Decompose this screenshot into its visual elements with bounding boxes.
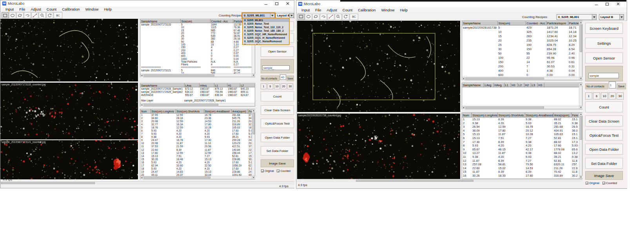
set-data-folder-button[interactable]: Set Data Folder (585, 158, 623, 169)
original-checkbox[interactable]: Original (261, 170, 274, 172)
counted-image-panel[interactable]: sample20220928161738_counted.jpg (297, 114, 460, 179)
menu-calibration[interactable]: Calibration (355, 8, 378, 12)
horizontal-scrollbar[interactable] (462, 77, 579, 80)
table-row[interactable]: 15040.27 (140, 46, 252, 49)
table-row[interactable]: 320.9812.5914.53211.2620 (140, 120, 252, 123)
line-tool[interactable] (327, 14, 334, 20)
table-row[interactable]: 103251417.6014.18 (462, 30, 579, 34)
table-row[interactable]: 1530.2618.4815.13228.8630 (140, 158, 252, 161)
image-save-button[interactable]: Image Save (585, 171, 623, 180)
microscopy-image[interactable] (297, 114, 460, 179)
table-row[interactable]: 119.384.205.9335.219.38 (462, 155, 579, 159)
table-row[interactable]: 65.934.204.2017.605.9 (140, 129, 252, 132)
polygon-select-tool[interactable] (16, 12, 24, 18)
column-header[interactable]: SampleName (140, 84, 184, 87)
column-header[interactable]: Size(um) (180, 20, 210, 23)
original-checkbox[interactable]: Original (586, 181, 599, 185)
menu-count[interactable]: Count (44, 7, 59, 11)
column-header[interactable]: LAvg (484, 83, 493, 87)
quick-contacts-1[interactable]: 1 (585, 92, 592, 99)
table-row[interactable]: 965.6746.1542.171778.0865.6 (462, 148, 579, 152)
column-header[interactable]: Counted - Acc (210, 20, 233, 23)
column-header[interactable]: H2 (524, 83, 531, 87)
recipe-option[interactable]: 0_S205_Noise_Test_180_180_2 (243, 29, 289, 33)
column-header[interactable]: Counted - Acc (526, 22, 546, 25)
vertical-scrollbar[interactable] (579, 113, 582, 179)
quick-contacts-10[interactable]: 10 (274, 83, 280, 89)
table-row[interactable]: 717.308.399.3888.0217.3 (462, 140, 579, 144)
column-header[interactable]: Particles/sqcm (546, 22, 568, 25)
table-row[interactable]: 89.384.205.9335.219.3 (140, 135, 252, 139)
column-header[interactable]: Size(um)-ShortAxis (497, 113, 525, 117)
quick-contacts-6[interactable]: 6 (593, 92, 600, 99)
column-header[interactable]: Size(um)-ShortAxis (176, 110, 204, 114)
image-save-button[interactable]: Image Save (261, 159, 294, 167)
bc-tool[interactable]: BC (350, 14, 358, 20)
count-button[interactable]: Count (261, 91, 294, 101)
polygon-select-tool[interactable] (312, 14, 319, 20)
table-row[interactable]: 40014.360.04 (462, 69, 579, 73)
open-sensor-button[interactable]: Open Sensor (261, 47, 294, 57)
table-row[interactable]: 326.5412.5916.78281.6826.5 (462, 125, 579, 129)
table-row[interactable]: 2077252.87 (140, 32, 252, 34)
table-row[interactable]: 75.934.204.2017.605.9 (140, 132, 252, 135)
table-row[interactable]: 1924.4714.8315.13228.8624 (140, 170, 252, 173)
table-row[interactable]: Total ParticlesN.A.N.A. (140, 60, 252, 63)
table-row[interactable]: 40010.07 (140, 52, 252, 54)
table-row[interactable]: 1598567.46 (140, 29, 252, 32)
quick-contacts-20[interactable]: 20 (281, 83, 287, 89)
menu-count[interactable]: Count (340, 8, 355, 12)
table-row[interactable]: sample2022092816173854291871.2418.71 (462, 25, 579, 30)
settings-button[interactable]: Settings (585, 38, 623, 49)
table-row[interactable]: 10111576.36 (140, 26, 252, 29)
live-image-panel[interactable] (297, 21, 460, 112)
table-row[interactable]: 1317.8012.5912.59158.4417 (140, 152, 252, 155)
ellipse-select-tool[interactable] (305, 14, 312, 20)
column-header[interactable]: L2 (240, 84, 255, 87)
column-header[interactable]: L2 (517, 83, 524, 87)
column-header[interactable]: Num (462, 113, 472, 117)
microscopy-image[interactable] (0, 83, 138, 139)
menu-file[interactable]: File (312, 8, 324, 12)
table-row[interactable]: 1020.9811.8711.10123.2320 (140, 142, 252, 145)
table-row[interactable]: sample_2022090717313351644112.59 (140, 23, 252, 26)
no-of-contacts-input[interactable]: 40 (280, 74, 286, 80)
counted-checkbox[interactable]: Counted (602, 181, 617, 185)
counting-recipes-select[interactable]: 0_S205_ML801 (557, 14, 597, 20)
menu-calibration[interactable]: Calibration (59, 7, 82, 11)
table-row[interactable]: 1511.878.398.3970.4211.8 (462, 170, 579, 174)
table-row[interactable]: 3038226.16 (140, 37, 252, 40)
recipe-option[interactable]: 0_S205_ML801 (243, 18, 289, 22)
column-header[interactable]: Size(um) (497, 22, 526, 25)
clear-data-screen-button[interactable]: Clear Data Screen (261, 105, 294, 115)
window-horizontal-scrollbar[interactable] (297, 179, 582, 182)
table-row[interactable]: 85.934.204.2017.605.93 (462, 144, 579, 148)
column-header[interactable]: LAvg (184, 84, 199, 87)
freeform-select-tool[interactable] (24, 12, 31, 18)
menu-file[interactable]: File (16, 7, 28, 11)
table-row[interactable]: 924.4716.7817.30299.2824 (140, 139, 252, 142)
table-row[interactable]: 1501461.070.61 (462, 60, 579, 64)
table-row[interactable]: 1002295.960.96 (462, 56, 579, 60)
clear-data-screen-button[interactable]: Clear Data Screen (585, 116, 623, 126)
column-header[interactable]: SampleName (462, 83, 484, 87)
table-row[interactable]: 200730.530.31 (462, 64, 579, 69)
table-row[interactable]: 185.934.204.2017.605.9 (140, 167, 252, 170)
open-sensor-button[interactable]: Open Sensor (585, 52, 623, 63)
microscopy-image[interactable] (0, 140, 138, 179)
table-row[interactable]: 1630.2618.3317.80316.8930.2 (462, 174, 579, 178)
table-row[interactable]: 1211.878.397.2752.8111.8 (462, 159, 579, 163)
table-row[interactable]: 1762.9433.6032.501056.2962 (140, 164, 252, 167)
recipe-option[interactable]: 0_S205_OQC_HR_NoiseRemoved (243, 33, 289, 36)
column-header[interactable]: SampleName (462, 22, 497, 25)
quick-contacts-10[interactable]: 10 (601, 92, 608, 99)
recipe-option[interactable]: 0_S205_Noise_Test (243, 22, 289, 25)
menu-window[interactable]: Window (83, 7, 102, 11)
table-row[interactable]: 1137.5321.5920.56422.5137 (140, 145, 252, 148)
table-row[interactable]: 20040.27 (140, 49, 252, 52)
screen-keyboard-button[interactable]: Screen Keyboard (585, 23, 623, 34)
table-row[interactable]: 13257.0858.8179.506320.11257. (462, 163, 579, 166)
table-row[interactable]: 60000.000.00 (462, 73, 579, 77)
rotate-tool[interactable] (46, 12, 53, 18)
table-row[interactable]: 1415.137.517.2752.8115 (140, 155, 252, 158)
